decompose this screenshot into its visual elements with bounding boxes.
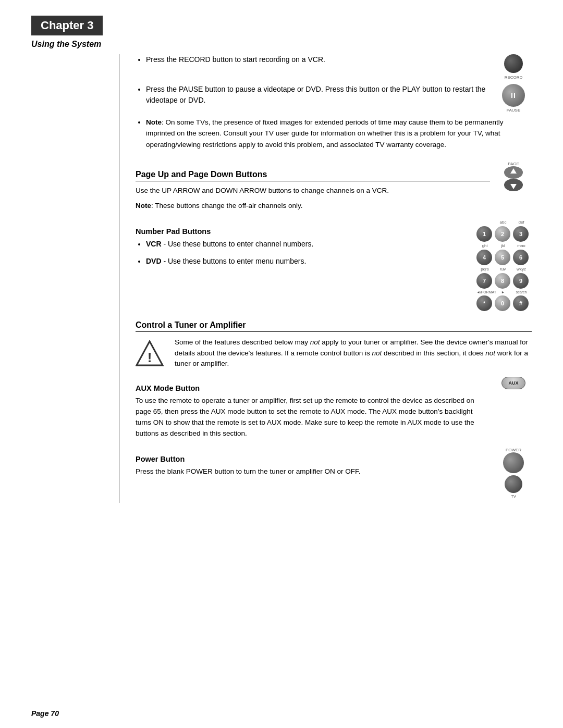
pageupdown-section: Page Up and Page Down Buttons Use the UP… (136, 161, 532, 216)
pause-text: Press the PAUSE button to pause a videot… (146, 85, 485, 104)
main-content: Press the RECORD button to start recordi… (120, 54, 532, 503)
pause-button-icon: II (502, 84, 525, 107)
header-abc: abc (495, 220, 511, 225)
header-ghi: ghi (476, 243, 493, 248)
left-sidebar (31, 54, 120, 503)
warning-triangle-icon: ! (136, 339, 164, 368)
page-arrows-icon (500, 166, 527, 191)
numpad-text-col: Number Pad Buttons VCR - Use these butto… (136, 220, 469, 273)
aux-body: To use the remote to operate a tuner or … (136, 396, 490, 439)
power-body: Press the blank POWER button to turn the… (136, 466, 490, 477)
header-search: search (513, 290, 530, 294)
numpad-section: Number Pad Buttons VCR - Use these butto… (136, 220, 532, 311)
header-mno: mno (513, 243, 530, 248)
power-text-col: Power Button Press the blank POWER butto… (136, 448, 490, 482)
record-section: Press the RECORD button to start recordi… (136, 54, 532, 80)
numpad-dvd-item: DVD - Use these buttons to enter menu nu… (146, 256, 469, 267)
power-icon-label: POWER (506, 448, 521, 452)
key-3: 3 (513, 226, 529, 242)
key-7: 7 (476, 273, 492, 289)
record-text-col: Press the RECORD button to start recordi… (136, 54, 490, 71)
power-icon-col: POWER TV (495, 448, 532, 499)
header-wxyz: wxyz (513, 267, 530, 272)
pageupdown-note-bold: Note (136, 202, 151, 209)
numpad-icon-col: abc def 1 2 3 ghi jkl mn (474, 220, 532, 311)
pageupdown-body: Use the UP ARROW and DOWN ARROW buttons … (136, 186, 490, 196)
pause-bullet: Press the PAUSE button to pause a videot… (146, 84, 490, 106)
pause-section: Press the PAUSE button to pause a videot… (136, 84, 532, 113)
numpad-header-row4: ◄/FORMAT ► search (476, 290, 530, 294)
pageupdown-icon-col: PAGE (495, 161, 532, 191)
numpad-list: VCR - Use these buttons to enter channel… (136, 239, 469, 267)
pageupdown-note-text: : These buttons change the off-air chann… (151, 202, 302, 209)
tv-button-icon (505, 475, 522, 493)
pause-icon-col: II PAUSE (495, 84, 532, 113)
record-icon-col: RECORD (495, 54, 532, 80)
power-section: Power Button Press the blank POWER butto… (136, 448, 532, 499)
numpad-heading: Number Pad Buttons (136, 227, 469, 236)
vcr-label: VCR (146, 240, 162, 248)
record-text: Press the RECORD button to start recordi… (146, 55, 325, 64)
numpad-row4: * 0 # (476, 295, 530, 311)
aux-heading: AUX Mode Button (136, 384, 490, 392)
key-1: 1 (476, 226, 492, 242)
tv-icon-label: TV (511, 494, 516, 499)
key-hash: # (513, 295, 529, 311)
dvd-text: - Use these buttons to enter menu number… (162, 257, 307, 265)
warning-italic-3: not (485, 349, 495, 357)
record-button-icon (504, 54, 523, 73)
power-button-icon (503, 452, 524, 473)
numpad-row2: 4 5 6 (476, 250, 530, 265)
pause-list: Press the PAUSE button to pause a videot… (136, 84, 490, 106)
content-wrapper: Press the RECORD button to start recordi… (0, 54, 563, 524)
header-jkl: jkl (495, 243, 511, 248)
note-text-col: Note: On some TVs, the presence of fixed… (136, 117, 532, 156)
warning-italic-2: not (372, 349, 382, 357)
aux-text-col: AUX Mode Button To use the remote to ope… (136, 377, 490, 443)
pageupdown-text-col: Page Up and Page Down Buttons Use the UP… (136, 161, 490, 216)
record-label: RECORD (505, 75, 523, 80)
pageupdown-note: Note: These buttons change the off-air c… (136, 201, 490, 212)
warning-text: Some of the features described below may… (175, 337, 532, 370)
record-list: Press the RECORD button to start recordi… (136, 54, 490, 65)
key-4: 4 (476, 250, 492, 265)
key-6: 6 (513, 250, 529, 265)
note-text: Note: On some TVs, the presence of fixed… (146, 118, 504, 149)
power-button-group (503, 452, 524, 493)
aux-section: AUX Mode Button To use the remote to ope… (136, 377, 532, 443)
aux-icon-col: AUX (495, 377, 532, 389)
vcr-text: - Use these buttons to enter channel num… (162, 240, 314, 248)
section-title: Using the System (31, 40, 563, 49)
header-play: ► (495, 290, 511, 294)
note-bullet: Note: On some TVs, the presence of fixed… (146, 117, 532, 150)
numpad-row1: 1 2 3 (476, 226, 530, 242)
header-pqrs: pqrs (476, 267, 493, 272)
note-list: Note: On some TVs, the presence of fixed… (136, 117, 532, 150)
control-tuner-heading: Control a Tuner or Amplifier (136, 320, 532, 332)
numpad-header-row1: abc def (476, 220, 530, 225)
key-5: 5 (495, 250, 510, 265)
numpad-vcr-item: VCR - Use these buttons to enter channel… (146, 239, 469, 250)
numpad-header-row3: pqrs tuv wxyz (476, 267, 530, 272)
numpad-row3: 7 8 9 (476, 273, 530, 289)
pageupdown-heading: Page Up and Page Down Buttons (136, 170, 490, 181)
svg-text:!: ! (148, 350, 152, 365)
page-footer: Page 70 (31, 709, 59, 718)
key-2: 2 (495, 226, 510, 242)
dvd-label: DVD (146, 257, 162, 265)
pause-symbol: II (511, 91, 516, 100)
header-tuv: tuv (495, 267, 511, 272)
warning-italic-1: not (310, 338, 320, 346)
note-section: Note: On some TVs, the presence of fixed… (136, 117, 532, 156)
page-icon-label: PAGE (508, 162, 519, 166)
header-def: def (513, 220, 530, 225)
chapter-header: Chapter 3 (31, 16, 103, 35)
header-format: ◄/FORMAT (476, 290, 493, 294)
pause-label: PAUSE (507, 108, 521, 113)
warning-box: ! Some of the features described below m… (136, 337, 532, 370)
key-0: 0 (495, 295, 510, 311)
key-star: * (476, 295, 492, 311)
note-bold: Note (146, 118, 162, 126)
warning-triangle-col: ! (136, 337, 164, 369)
record-bullet: Press the RECORD button to start recordi… (146, 54, 490, 65)
